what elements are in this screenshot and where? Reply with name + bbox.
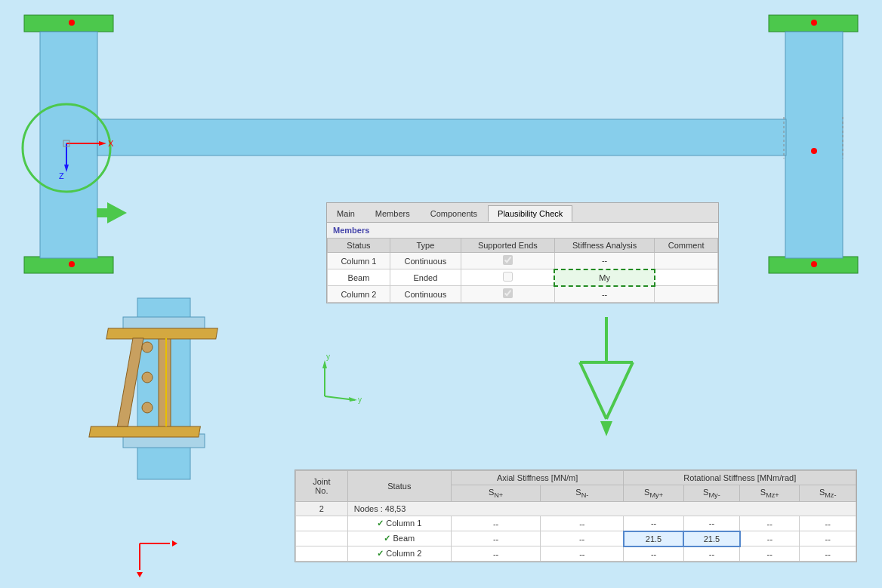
svg-rect-3 [769,257,858,273]
cell-smz-minus: -- [800,531,856,546]
cell-stiffness: -- [554,286,654,303]
cell-comment [655,286,718,303]
check-icon: ✓ [377,519,384,528]
cell-sn-plus: -- [451,516,541,531]
nodes-row: 2 Nodes : 48,53 [296,502,856,516]
cell-sn-plus: -- [451,531,541,546]
cell-status: Beam [328,269,390,286]
cell-type: Continuous [390,253,461,269]
cell-smz-plus: -- [740,546,800,562]
table-row: Column 1 Continuous -- [328,253,718,269]
svg-text:X: X [108,139,114,148]
svg-marker-28 [600,421,612,436]
svg-line-43 [325,396,355,400]
tab-main[interactable]: Main [327,205,365,222]
cell-smy-plus: -- [624,516,683,531]
tab-plausibility-check[interactable]: Plausibility Check [488,205,572,222]
th-rotational-stiffness: Rotational Stiffness [MNm/rad] [624,471,856,485]
cell-joint-no: 2 [296,502,348,516]
cell-status: Column 2 [328,286,390,303]
col-type: Type [390,239,461,253]
svg-text:y: y [358,396,362,404]
svg-point-10 [811,148,817,154]
th-status: Status [347,471,451,502]
cell-sn-minus: -- [541,531,624,546]
col-supported-ends: Supported Ends [461,239,554,253]
tab-components[interactable]: Components [421,205,487,222]
svg-marker-47 [137,572,143,577]
cell-stiffness: -- [554,253,654,269]
svg-marker-49 [172,540,177,546]
cell-supported-ends [461,269,554,286]
checkbox-col2 [503,288,513,298]
checkbox-col1 [503,255,513,265]
cell-smz-plus: -- [740,531,800,546]
members-panel: Main Members Components Plausibility Che… [326,202,719,303]
svg-rect-4 [40,32,97,258]
table-row: ✓ Column 2 -- -- -- -- -- -- [296,546,856,562]
cell-smy-minus: -- [683,516,739,531]
members-table: Status Type Supported Ends Stiffness Ana… [327,238,718,303]
th-axial-stiffness: Axial Stiffness [MN/m] [451,471,624,485]
svg-marker-41 [322,360,327,368]
col-comment: Comment [655,239,718,253]
cell-smz-plus: -- [740,516,800,531]
svg-rect-21 [63,140,69,146]
svg-point-36 [142,342,153,352]
col-status: Status [328,239,390,253]
svg-rect-2 [769,15,858,32]
checkbox-beam [503,272,513,282]
svg-point-7 [69,20,75,26]
cell-status: Column 1 [328,253,390,269]
svg-line-26 [580,362,606,419]
tab-bar: Main Members Components Plausibility Che… [327,203,718,223]
th-smz-minus: SMz- [800,485,856,502]
cell-stiffness-active[interactable]: My [554,269,654,286]
cell-supported-ends [461,253,554,269]
th-smz-plus: SMz+ [740,485,800,502]
svg-text:y: y [326,352,330,361]
th-sn-minus: SN- [541,485,624,502]
cell-comment [655,253,718,269]
th-sn-plus: SN+ [451,485,541,502]
cell-smy-minus: -- [683,546,739,562]
cell-sn-minus: -- [541,546,624,562]
cell-joint [296,531,348,546]
svg-rect-1 [24,257,113,273]
section-title: Members [327,223,718,238]
svg-marker-22 [97,202,127,223]
svg-point-8 [69,261,75,267]
stiffness-panel: JointNo. Status Axial Stiffness [MN/m] R… [295,469,857,562]
cell-supported-ends [461,286,554,303]
svg-marker-16 [64,165,69,172]
cell-status: ✓ Beam [347,531,451,546]
svg-line-27 [606,362,633,419]
svg-point-11 [811,261,817,267]
svg-rect-5 [785,32,843,258]
svg-rect-35 [117,338,143,426]
tab-members[interactable]: Members [365,205,420,222]
svg-rect-6 [97,119,786,155]
cell-joint [296,516,348,531]
svg-rect-30 [123,434,205,448]
table-row: ✓ Beam -- -- 21.5 21.5 -- -- [296,531,856,546]
cell-smy-plus: -- [624,546,683,562]
th-smy-minus: SMy- [683,485,739,502]
cell-smz-minus: -- [800,546,856,562]
check-icon: ✓ [384,534,390,543]
svg-point-38 [142,402,153,413]
cell-smy-plus-highlighted: 21.5 [624,531,683,546]
svg-point-14 [23,104,110,192]
col-stiffness-analysis: Stiffness Analysis [554,239,654,253]
cell-type: Ended [390,269,461,286]
cell-sn-plus: -- [451,546,541,562]
cell-type: Continuous [390,286,461,303]
cell-smz-minus: -- [800,516,856,531]
svg-rect-31 [123,317,205,331]
svg-point-9 [811,20,817,26]
cell-smy-minus-highlighted: 21.5 [683,531,739,546]
svg-rect-0 [24,15,113,32]
svg-marker-19 [99,141,106,146]
cell-status: ✓ Column 1 [347,516,451,531]
th-smy-plus: SMy+ [624,485,683,502]
